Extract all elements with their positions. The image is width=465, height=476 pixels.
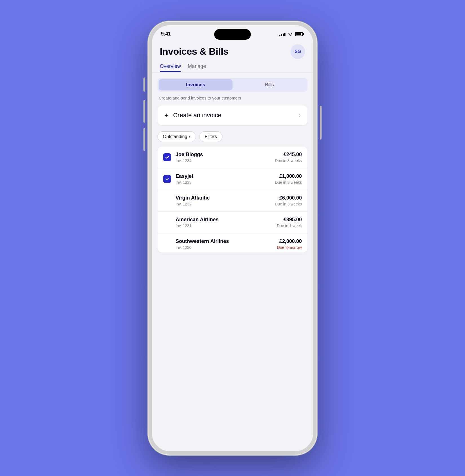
checkbox-virgin-atlantic[interactable] <box>163 197 171 205</box>
invoice-list: Joe Bloggs Inv. 1234 £245.00 Due in 3 we… <box>158 147 307 253</box>
invoice-amount-easyjet: £1,000.00 Due in 3 weeks <box>275 173 302 185</box>
invoice-info-easyjet: Easyjet Inv. 1233 <box>176 173 275 185</box>
invoice-amount-virgin-atlantic: £6,000.00 Due in 3 weeks <box>275 195 302 206</box>
wifi-icon <box>288 32 293 36</box>
volume-up-button <box>143 100 145 123</box>
main-content: Invoices Bills Create and send invoices … <box>152 72 313 258</box>
filter-row: Outstanding ▾ Filters <box>158 131 307 142</box>
invoice-amount-joe-bloggs: £245.00 Due in 3 weeks <box>275 152 302 163</box>
segment-bills[interactable]: Bills <box>232 79 306 90</box>
phone-device: 9:41 <box>148 21 317 455</box>
status-time: 9:41 <box>161 31 171 37</box>
battery-icon <box>295 32 304 36</box>
app-content: Invoices & Bills SG Overview Manage Invo… <box>152 41 313 451</box>
invoice-amount-american-airlines: £895.00 Due in 1 week <box>277 217 302 228</box>
invoice-amount-southwestern: £2,000.00 Due tomorrow <box>277 238 302 250</box>
tab-manage[interactable]: Manage <box>188 63 206 72</box>
signal-icon <box>279 32 285 36</box>
avatar[interactable]: SG <box>291 44 305 59</box>
volume-down-button <box>143 128 145 151</box>
segment-invoices[interactable]: Invoices <box>159 79 232 90</box>
checkbox-american-airlines[interactable] <box>163 218 171 226</box>
tab-bar: Overview Manage <box>152 59 313 72</box>
invoice-item-easyjet[interactable]: Easyjet Inv. 1233 £1,000.00 Due in 3 wee… <box>158 168 307 190</box>
dropdown-arrow-icon: ▾ <box>189 135 191 139</box>
invoice-item-american-airlines[interactable]: American Airlines Inv. 1231 £895.00 Due … <box>158 212 307 233</box>
filters-button[interactable]: Filters <box>199 131 222 142</box>
invoice-item-southwestern[interactable]: Southwestern Airlines Inv. 1230 £2,000.0… <box>158 233 307 253</box>
status-icons <box>279 32 304 36</box>
create-invoice-card[interactable]: + Create an invoice › <box>158 105 307 125</box>
create-invoice-left: + Create an invoice <box>164 112 221 119</box>
invoice-info-american-airlines: American Airlines Inv. 1231 <box>176 217 277 228</box>
segment-control: Invoices Bills <box>158 78 307 92</box>
chevron-right-icon: › <box>299 112 301 118</box>
tab-overview[interactable]: Overview <box>160 63 181 72</box>
invoice-item-joe-bloggs[interactable]: Joe Bloggs Inv. 1234 £245.00 Due in 3 we… <box>158 147 307 168</box>
outstanding-filter-button[interactable]: Outstanding ▾ <box>158 131 196 142</box>
subtitle-text: Create and send invoices to your custome… <box>158 96 307 100</box>
power-button <box>320 106 322 140</box>
plus-icon: + <box>164 112 169 119</box>
page-title: Invoices & Bills <box>160 46 228 57</box>
invoice-info-southwestern: Southwestern Airlines Inv. 1230 <box>176 238 277 250</box>
checkbox-joe-bloggs[interactable] <box>163 153 171 161</box>
create-invoice-label: Create an invoice <box>173 112 221 119</box>
invoice-info-joe-bloggs: Joe Bloggs Inv. 1234 <box>176 152 275 163</box>
invoice-info-virgin-atlantic: Virgin Atlantic Inv. 1232 <box>176 195 275 206</box>
dynamic-island <box>214 29 251 40</box>
phone-screen: 9:41 <box>152 25 313 451</box>
checkbox-easyjet[interactable] <box>163 175 171 183</box>
invoice-item-virgin-atlantic[interactable]: Virgin Atlantic Inv. 1232 £6,000.00 Due … <box>158 190 307 212</box>
mute-button <box>143 78 145 92</box>
page-header: Invoices & Bills SG <box>152 41 313 59</box>
checkbox-southwestern[interactable] <box>163 240 171 248</box>
